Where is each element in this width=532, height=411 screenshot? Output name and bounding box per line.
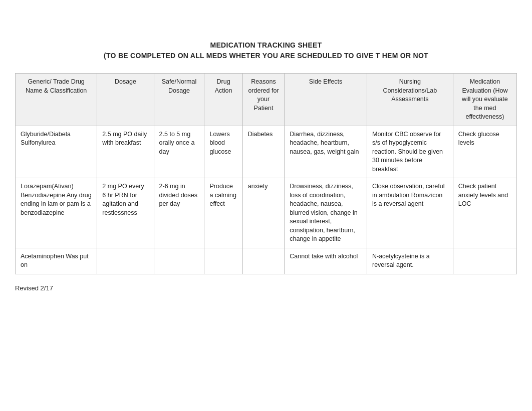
header-line1: MEDICATION TRACKING SHEET	[210, 41, 322, 49]
medication-table: Generic/ Trade Drug Name & Classificatio…	[15, 73, 517, 274]
col-reasons: Reasons ordered for your Patient	[242, 74, 284, 126]
row-2-cell-3	[204, 248, 242, 274]
row-0-cell-4: Diabetes	[242, 126, 284, 178]
row-2-cell-5: Cannot take with alcohol	[285, 248, 367, 274]
row-1-cell-7: Check patient anxiety levels and LOC	[453, 178, 516, 248]
row-1-cell-1: 2 mg PO every 6 hr PRN for agitation and…	[97, 178, 154, 248]
row-0-cell-5: Diarrhea, dizziness, headache, heartburn…	[285, 126, 367, 178]
revised-footer: Revised 2/17	[15, 284, 517, 292]
table-row: Acetaminophen Was put onCannot take with…	[16, 248, 517, 274]
row-0-cell-7: Check glucose levels	[453, 126, 516, 178]
header-line2: (TO BE COMPLETED ON ALL MEDS WHETER YOU …	[104, 52, 428, 60]
page-header: MEDICATION TRACKING SHEET (TO BE COMPLET…	[15, 40, 517, 61]
col-action: Drug Action	[204, 74, 242, 126]
col-dosage: Dosage	[97, 74, 154, 126]
table-row: Glyburide/Diabeta Sulfonylurea2.5 mg PO …	[16, 126, 517, 178]
row-2-cell-4	[242, 248, 284, 274]
row-2-cell-7	[453, 248, 516, 274]
col-safe-dosage: Safe/Normal Dosage	[154, 74, 204, 126]
row-1-cell-6: Close observation, careful in ambulation…	[367, 178, 453, 248]
col-side-effects: Side Effects	[285, 74, 367, 126]
row-1-cell-0: Lorazepam(Ativan) Benzodiazepine Any dru…	[16, 178, 97, 248]
row-0-cell-2: 2.5 to 5 mg orally once a day	[154, 126, 204, 178]
row-2-cell-1	[97, 248, 154, 274]
col-evaluation: Medication Evaluation (How will you eval…	[453, 74, 516, 126]
row-0-cell-3: Lowers blood glucose	[204, 126, 242, 178]
col-drug: Generic/ Trade Drug Name & Classificatio…	[16, 74, 97, 126]
row-1-cell-5: Drowsiness, dizziness, loss of coordinat…	[285, 178, 367, 248]
row-1-cell-3: Produce a calming effect	[204, 178, 242, 248]
row-1-cell-2: 2-6 mg in divided doses per day	[154, 178, 204, 248]
row-1-cell-4: anxiety	[242, 178, 284, 248]
row-2-cell-2	[154, 248, 204, 274]
row-2-cell-0: Acetaminophen Was put on	[16, 248, 97, 274]
col-nursing: Nursing Considerations/Lab Assessments	[367, 74, 453, 126]
row-0-cell-1: 2.5 mg PO daily with breakfast	[97, 126, 154, 178]
row-0-cell-0: Glyburide/Diabeta Sulfonylurea	[16, 126, 97, 178]
table-row: Lorazepam(Ativan) Benzodiazepine Any dru…	[16, 178, 517, 248]
row-0-cell-6: Monitor CBC observe for s/s of hypoglyce…	[367, 126, 453, 178]
row-2-cell-6: N-acetylcysteine is a reversal agent.	[367, 248, 453, 274]
